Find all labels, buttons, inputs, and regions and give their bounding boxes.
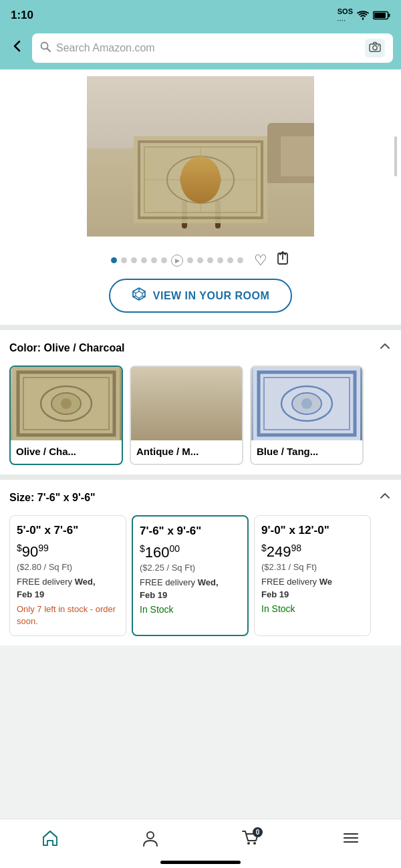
svg-line-24 <box>133 296 136 297</box>
status-icons: SOS ···· <box>338 7 390 23</box>
dot-5[interactable] <box>151 257 157 263</box>
size-large-sqft: ($2.31 / Sq Ft) <box>261 562 364 572</box>
search-bar-row: Search Amazon.com <box>0 29 401 69</box>
status-time: 1:10 <box>11 9 33 22</box>
color-section: Color: Olive / Charcoal Olive / Cha. <box>0 330 401 474</box>
search-icon <box>40 41 51 55</box>
svg-rect-2 <box>374 13 386 18</box>
svg-point-6 <box>373 45 377 49</box>
dot-8[interactable] <box>187 257 193 263</box>
svg-line-22 <box>142 296 145 297</box>
view-room-button-label: VIEW IN YOUR ROOM <box>153 290 269 302</box>
dot-play[interactable]: ▶ <box>171 255 183 267</box>
size-medium-delivery: FREE delivery Wed,Feb 19 <box>140 577 241 601</box>
product-image-area <box>0 69 401 243</box>
search-box[interactable]: Search Amazon.com <box>32 33 393 63</box>
color-swatch-olive[interactable]: Olive / Cha... <box>9 366 123 465</box>
battery-icon <box>373 11 390 20</box>
wishlist-icon[interactable]: ♡ <box>254 252 267 269</box>
view-room-row: VIEW IN YOUR ROOM <box>0 275 401 325</box>
size-medium-stock: In Stock <box>140 604 241 615</box>
size-cards: 5'-0" x 7'-6" $9099 ($2.80 / Sq Ft) FREE… <box>9 515 392 636</box>
svg-marker-19 <box>136 291 142 298</box>
svg-rect-1 <box>388 14 390 17</box>
dot-11[interactable] <box>217 257 223 263</box>
camera-icon[interactable] <box>365 39 385 57</box>
dot-12[interactable] <box>227 257 233 263</box>
size-card-large[interactable]: 9'-0" x 12'-0" $24998 ($2.31 / Sq Ft) FR… <box>254 515 371 636</box>
size-small-delivery: FREE delivery Wed,Feb 19 <box>17 576 119 600</box>
size-medium-dimensions: 7'-6" x 9'-6" <box>140 525 241 538</box>
scroll-indicator <box>394 136 397 176</box>
swatch-olive-image <box>11 367 122 440</box>
wifi-icon <box>357 11 369 20</box>
swatch-antique-label: Antique / M... <box>131 440 242 464</box>
selected-color-value: Olive / Charcoal <box>44 342 125 353</box>
color-chevron-icon[interactable] <box>378 339 392 356</box>
dot-9[interactable] <box>197 257 203 263</box>
product-main-image[interactable] <box>87 76 314 237</box>
size-large-dimensions: 9'-0" x 12'-0" <box>261 524 364 537</box>
size-small-price: $9099 <box>17 543 119 561</box>
section-divider-2 <box>0 474 401 480</box>
dot-6[interactable] <box>161 257 167 263</box>
size-small-sqft: ($2.80 / Sq Ft) <box>17 562 119 572</box>
svg-rect-7 <box>378 45 380 47</box>
room-table <box>180 156 221 203</box>
view-in-room-button[interactable]: VIEW IN YOUR ROOM <box>109 279 292 313</box>
swatch-blue-label: Blue / Tang... <box>251 440 362 464</box>
size-large-delivery: FREE delivery WeFeb 19 <box>261 576 364 600</box>
dot-10[interactable] <box>207 257 213 263</box>
size-label: Size: 7'-6" x 9'-6" <box>9 492 96 504</box>
color-swatch-blue[interactable]: Blue / Tang... <box>250 366 364 465</box>
size-section: Size: 7'-6" x 9'-6" 5'-0" x 7'-6" $9099 … <box>0 480 401 645</box>
dots-actions: ♡ <box>254 251 290 269</box>
color-section-header: Color: Olive / Charcoal <box>9 339 392 356</box>
dot-13[interactable] <box>237 257 243 263</box>
share-icon[interactable] <box>275 251 290 269</box>
size-large-price: $24998 <box>261 543 364 561</box>
svg-point-39 <box>301 398 312 409</box>
sos-icon: SOS ···· <box>338 7 353 23</box>
section-divider-1 <box>0 325 401 330</box>
dot-4[interactable] <box>141 257 147 263</box>
dot-1[interactable] <box>111 257 117 263</box>
size-small-stock: Only 7 left in stock - order soon. <box>17 603 119 627</box>
dot-2[interactable] <box>121 257 127 263</box>
size-card-small[interactable]: 5'-0" x 7'-6" $9099 ($2.80 / Sq Ft) FREE… <box>9 515 126 636</box>
color-label: Color: Olive / Charcoal <box>9 342 125 354</box>
swatch-antique-image <box>131 367 242 440</box>
size-small-dimensions: 5'-0" x 7'-6" <box>17 524 119 537</box>
status-bar: 1:10 SOS ···· <box>0 0 401 29</box>
search-placeholder: Search Amazon.com <box>56 42 360 54</box>
svg-line-4 <box>47 49 51 52</box>
swatch-olive-label: Olive / Cha... <box>11 440 122 464</box>
size-large-stock: In Stock <box>261 603 364 614</box>
size-medium-price: $16000 <box>140 543 241 561</box>
back-button[interactable] <box>8 37 27 59</box>
selected-size-value: 7'-6" x 9'-6" <box>37 492 96 503</box>
swatch-blue-image <box>251 367 362 440</box>
size-chevron-icon[interactable] <box>378 489 392 506</box>
color-swatch-antique[interactable]: Antique / M... <box>130 366 243 465</box>
bottom-spacer <box>0 645 401 706</box>
color-swatches: Olive / Cha... Antique / M... <box>9 366 392 465</box>
image-dots-row: ▶ ♡ <box>0 243 401 275</box>
dot-3[interactable] <box>131 257 137 263</box>
ar-icon <box>132 287 146 305</box>
size-card-medium[interactable]: 7'-6" x 9'-6" $16000 ($2.25 / Sq Ft) FRE… <box>132 515 249 636</box>
svg-point-31 <box>61 398 72 409</box>
size-medium-sqft: ($2.25 / Sq Ft) <box>140 563 241 573</box>
size-section-header: Size: 7'-6" x 9'-6" <box>9 489 392 506</box>
